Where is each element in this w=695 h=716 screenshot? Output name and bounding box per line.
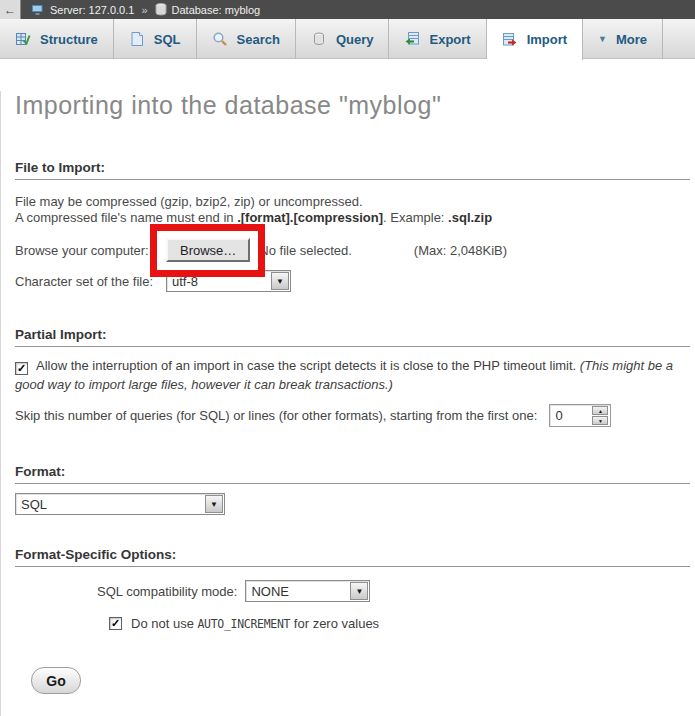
ai-prefix: Do not use (131, 616, 198, 631)
browse-row: Browse your computer: Browse… No file se… (15, 237, 690, 263)
server-icon (31, 4, 45, 16)
spinner-down-button[interactable]: ▼ (592, 416, 608, 425)
page-title: Importing into the database "myblog" (15, 91, 690, 120)
tab-bar: Structure SQL Search Query Export (0, 19, 695, 59)
browse-label: Browse your computer: (15, 243, 166, 258)
auto-increment-text: Do not use AUTO_INCREMENT for zero value… (131, 616, 379, 631)
spinner-up-button[interactable]: ▲ (592, 406, 608, 415)
go-button[interactable]: Go (31, 667, 81, 694)
structure-icon (15, 31, 31, 47)
sql-compatibility-select[interactable]: NONE ▼ (245, 580, 370, 602)
tab-sql[interactable]: SQL (114, 19, 197, 59)
query-icon (311, 31, 327, 47)
tab-export[interactable]: Export (389, 19, 486, 59)
spinner: ▲ ▼ (592, 406, 608, 425)
max-size-text: (Max: 2,048KiB) (414, 243, 507, 258)
sql-icon (129, 31, 145, 47)
export-icon (404, 31, 420, 47)
charset-label: Character set of the file: (15, 274, 166, 289)
dropdown-arrow-icon[interactable]: ▼ (271, 272, 289, 290)
sql-compatibility-row: SQL compatibility mode: NONE ▼ (97, 580, 690, 602)
charset-row: Character set of the file: utf-8 ▼ (15, 270, 690, 292)
tab-label: SQL (154, 32, 181, 47)
breadcrumb: Server: 127.0.0.1 » Database: myblog (31, 3, 260, 16)
breadcrumb-server-link[interactable]: Server: 127.0.0.1 (50, 4, 134, 16)
database-icon (155, 3, 167, 16)
skip-queries-row: Skip this number of queries (for SQL) or… (15, 404, 690, 427)
sql-compatibility-value: NONE (246, 584, 289, 599)
auto-increment-row: ✓ Do not use AUTO_INCREMENT for zero val… (109, 616, 690, 631)
interrupt-text: Allow the interruption of an import in c… (36, 358, 580, 373)
format-select[interactable]: SQL ▼ (15, 493, 225, 515)
skip-queries-label: Skip this number of queries (for SQL) or… (15, 408, 537, 423)
tab-label: Structure (40, 32, 98, 47)
charset-select[interactable]: utf-8 ▼ (166, 270, 291, 292)
format-select-value: SQL (16, 497, 47, 512)
tab-more[interactable]: ▼ More (583, 19, 663, 59)
section-heading-format-specific: Format-Specific Options: (15, 547, 690, 567)
sql-compatibility-label: SQL compatibility mode: (97, 584, 237, 599)
phpmyadmin-import-page: ← Server: 127.0.0.1 » Database: myblog S… (0, 0, 695, 716)
compression-info-line2: A compressed file's name must end in .[f… (15, 210, 690, 226)
line2-text-mid: . Example: (383, 210, 448, 225)
breadcrumb-database-link[interactable]: Database: myblog (172, 4, 261, 16)
auto-increment-checkbox[interactable]: ✓ (109, 617, 122, 630)
ai-suffix: for zero values (290, 616, 379, 631)
browse-button[interactable]: Browse… (166, 238, 250, 262)
skip-queries-value: 0 (550, 408, 592, 423)
breadcrumb-bar: ← Server: 127.0.0.1 » Database: myblog (0, 0, 695, 19)
section-heading-file-to-import: File to Import: (15, 160, 690, 180)
main-content: Importing into the database "myblog" Fil… (0, 91, 695, 716)
tab-label: Export (429, 32, 470, 47)
tab-structure[interactable]: Structure (0, 19, 114, 59)
tab-label: More (616, 32, 647, 47)
interrupt-option: ✓Allow the interruption of an import in … (15, 356, 690, 394)
tab-search[interactable]: Search (197, 19, 296, 59)
tab-label: Search (237, 32, 280, 47)
left-arrow-icon: ← (4, 3, 16, 17)
section-heading-partial-import: Partial Import: (15, 327, 690, 347)
search-icon (212, 31, 228, 47)
line2-format-pattern: .[format].[compression] (237, 210, 383, 225)
skip-queries-input[interactable]: 0 ▲ ▼ (549, 404, 611, 427)
compression-info-line1: File may be compressed (gzip, bzip2, zip… (15, 194, 690, 210)
breadcrumb-separator: » (141, 4, 147, 16)
tabbar-filler (663, 19, 695, 58)
import-icon (502, 32, 518, 48)
chevron-down-icon: ▼ (598, 34, 607, 44)
dropdown-arrow-icon[interactable]: ▼ (350, 582, 368, 600)
ai-code: AUTO_INCREMENT (198, 617, 291, 631)
line2-example: .sql.zip (448, 210, 492, 225)
tab-label: Query (336, 32, 374, 47)
charset-select-value: utf-8 (167, 274, 198, 289)
tab-label: Import (527, 32, 567, 47)
no-file-selected-text: No file selected. (259, 243, 352, 258)
dropdown-arrow-icon[interactable]: ▼ (205, 495, 223, 513)
interrupt-checkbox[interactable]: ✓ (15, 362, 28, 375)
tab-query[interactable]: Query (296, 19, 390, 59)
line2-text: A compressed file's name must end in (15, 210, 237, 225)
section-heading-format: Format: (15, 464, 690, 484)
tab-import[interactable]: Import (487, 19, 583, 60)
back-button[interactable]: ← (0, 0, 21, 19)
